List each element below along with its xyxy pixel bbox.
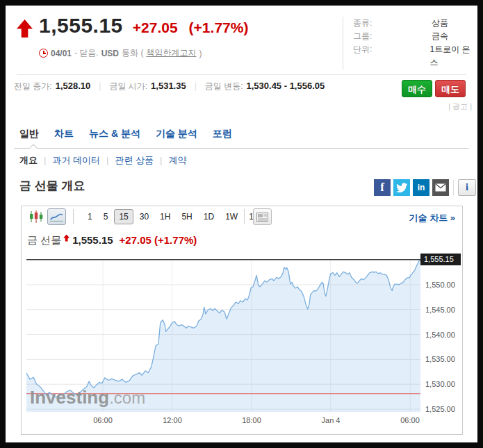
clock-icon: [39, 49, 48, 58]
info-row-type: 종류: 상품: [353, 17, 477, 30]
ad-label: | 광고 |: [448, 101, 472, 112]
y-tick-label: 1,545.00: [425, 306, 455, 314]
y-tick-label: 1,525.00: [425, 405, 455, 413]
tab-chart[interactable]: 차트: [54, 128, 74, 140]
day-range-label: 금일 변동:: [205, 81, 243, 92]
tab-general[interactable]: 일반: [19, 128, 39, 140]
chart-price: 1,555.15: [72, 234, 113, 246]
tab-technical[interactable]: 기술 분석: [156, 128, 197, 140]
instrument-header: 1,555.15 +27.05 (+1.77%): [17, 14, 248, 38]
page-content: 1,555.15 +27.05 (+1.77%) 04/01 - 닫음. USD…: [6, 6, 477, 442]
sell-button[interactable]: 매도: [435, 80, 466, 97]
interval-1[interactable]: 1: [83, 209, 97, 224]
y-tick-label: 1,535.00: [425, 355, 455, 363]
watermark-bold: Investing: [30, 387, 109, 408]
divider: |: [160, 155, 162, 165]
quote-bar: 전일 종가: 1,528.10 | 금일 시가: 1,531.35 | 금일 변…: [14, 81, 325, 92]
price-change-pct: (+1.77%): [189, 19, 249, 36]
interval-5h[interactable]: 5H: [177, 209, 197, 224]
market-status: 04/01 - 닫음. USD 통화 ( 책임한계고지 ): [39, 47, 204, 59]
info-row-unit: 단위: 1트로이 온스: [353, 43, 477, 69]
y-tick-label: 1,550.00: [425, 281, 455, 289]
status-text: - 닫음.: [74, 47, 99, 59]
investing-watermark: Investing.com: [30, 387, 145, 408]
info-value: 1트로이 온스: [430, 43, 477, 69]
currency-code: USD: [101, 49, 119, 58]
header-divider: [17, 74, 466, 75]
tab-underline: [14, 148, 469, 149]
divider: |: [195, 81, 197, 91]
tab-forum[interactable]: 포럼: [213, 128, 232, 140]
status-date: 04/01: [51, 49, 72, 58]
price-change: +27.05: [133, 19, 178, 36]
email-icon[interactable]: [432, 179, 449, 196]
disclaimer-link[interactable]: 책임한계고지: [146, 47, 196, 59]
paren-close: ): [199, 49, 202, 58]
candlestick-icon[interactable]: [29, 210, 43, 223]
technical-chart-link[interactable]: 기술 차트 »: [409, 212, 455, 224]
subnav-historical-data[interactable]: 과거 데이터: [52, 154, 100, 167]
x-tick-label: 12:00: [163, 416, 182, 424]
info-value: 금속: [432, 30, 448, 43]
open-value: 1,531.35: [151, 81, 186, 91]
subnav-related-instruments[interactable]: 관련 상품: [115, 154, 154, 167]
interval-30[interactable]: 30: [135, 209, 154, 224]
twitter-icon[interactable]: [393, 179, 410, 196]
open-label: 금일 시가:: [109, 81, 147, 92]
small-up-arrow-icon: [63, 235, 69, 242]
tab-news-analysis[interactable]: 뉴스 & 분석: [89, 128, 140, 140]
interval-1d[interactable]: 1D: [199, 209, 219, 224]
up-arrow-icon: [17, 19, 33, 38]
divider: [244, 209, 245, 224]
info-label: 단위:: [353, 43, 430, 69]
subnav-contracts[interactable]: 계약: [168, 154, 186, 167]
interval-1w[interactable]: 1W: [220, 209, 243, 224]
page-frame: 1,555.15 +27.05 (+1.77%) 04/01 - 닫음. USD…: [0, 0, 483, 448]
page-title: 금 선물 개요: [19, 178, 85, 194]
x-tick-label: 18:00: [242, 416, 261, 424]
divider: |: [99, 81, 101, 91]
currency-label: 통화 (: [122, 47, 143, 59]
buy-button[interactable]: 매수: [402, 80, 432, 97]
x-axis-labels: 06:0012:0018:00Jan 406:00: [26, 416, 420, 426]
sub-nav: 개요 | 과거 데이터 | 관련 상품 | 계약: [19, 154, 186, 167]
chart-title: 금 선물 1,555.15 +27.05 (+1.77%): [27, 234, 197, 247]
day-range-value: 1,530.45 - 1,556.05: [246, 81, 325, 91]
info-value: 상품: [432, 17, 448, 30]
instrument-info-panel: 종류: 상품 그룹: 금속 단위: 1트로이 온스: [343, 17, 477, 69]
info-button[interactable]: i: [458, 179, 476, 196]
watermark-light: .com: [109, 388, 145, 407]
prev-close-value: 1,528.10: [56, 81, 91, 91]
interval-1h[interactable]: 1H: [155, 209, 175, 224]
news-panel-icon[interactable]: [253, 208, 272, 225]
info-row-group: 그룹: 금속: [353, 30, 477, 43]
y-axis-labels: 1,550.001,545.001,540.001,535.001,530.00…: [425, 259, 463, 412]
prev-close-label: 전일 종가:: [14, 81, 52, 92]
divider: |: [106, 155, 108, 165]
x-tick-label: Jan 4: [322, 416, 341, 424]
x-tick-label: 06:00: [93, 416, 113, 424]
interval-buttons: 1 5 15 30 1H 5H 1D 1W 1M: [83, 208, 267, 225]
linkedin-icon[interactable]: in: [413, 179, 429, 196]
x-tick-label: 06:00: [400, 416, 420, 424]
chart-change: +27.05 (+1.77%): [120, 234, 197, 246]
chart-instrument-name: 금 선물: [27, 234, 61, 247]
info-label: 종류:: [353, 17, 432, 30]
divider: [73, 209, 74, 224]
share-bar: f in i: [374, 179, 476, 196]
last-price: 1,555.15: [39, 14, 123, 38]
divider: [453, 180, 454, 195]
main-tabs: 일반 차트 뉴스 & 분석 기술 분석 포럼: [19, 128, 232, 140]
interval-5[interactable]: 5: [99, 209, 113, 224]
divider: |: [44, 155, 46, 165]
active-tab-caret: [29, 144, 37, 151]
facebook-icon[interactable]: f: [374, 179, 391, 196]
y-tick-label: 1,530.00: [425, 380, 455, 388]
line-chart-icon[interactable]: [47, 208, 66, 225]
subnav-overview[interactable]: 개요: [19, 154, 38, 167]
interval-15[interactable]: 15: [114, 209, 133, 224]
chart-card: 1 5 15 30 1H 5H 1D 1W 1M 기술 차트 » 금 선물: [21, 206, 463, 435]
y-tick-label: 1,540.00: [425, 331, 455, 339]
info-label: 그룹:: [353, 30, 432, 43]
